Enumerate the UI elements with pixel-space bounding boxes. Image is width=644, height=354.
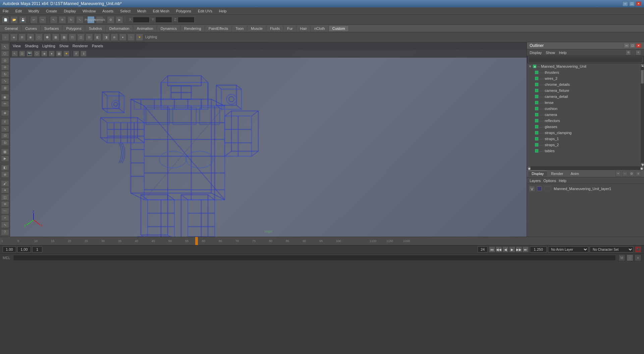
scale-icon[interactable]: ⤡: [76, 16, 84, 23]
tree-item-root[interactable]: ▼ ◈ ― Manned_Maneuvering_Unit: [527, 63, 641, 69]
tab-curves[interactable]: Curves: [22, 26, 41, 31]
dynamics-btn[interactable]: ≋: [1, 201, 9, 208]
select-mode-btn[interactable]: ↖: [1, 44, 9, 50]
layer-type-indicator[interactable]: [544, 186, 551, 191]
outliner-menu-show[interactable]: Show: [546, 51, 555, 55]
cloth-btn[interactable]: ◫: [1, 194, 9, 200]
tab-polygons[interactable]: Polygons: [63, 26, 85, 31]
shelf-icon14[interactable]: ●: [119, 34, 126, 41]
tab-deformation[interactable]: Deformation: [106, 26, 133, 31]
vp-select-icon[interactable]: ↖: [12, 51, 18, 57]
viewport-menu-panels[interactable]: Panels: [92, 44, 103, 48]
layer-new-icon[interactable]: +: [615, 171, 621, 176]
shelf-icon9[interactable]: ◫: [77, 34, 85, 41]
outliner-filter-icon[interactable]: ≡: [636, 50, 641, 55]
shelf-icon2[interactable]: ⊞: [18, 34, 26, 41]
range-start-input[interactable]: [3, 246, 16, 252]
tab-hair[interactable]: Hair: [297, 26, 311, 31]
menu-file[interactable]: File: [1, 8, 10, 14]
shelf-icon3[interactable]: ◉: [27, 34, 34, 41]
layer-tab-anim[interactable]: Anim: [567, 171, 582, 176]
viewport-menu-show[interactable]: Show: [59, 44, 69, 48]
tree-item-tables[interactable]: ―○ tables: [527, 148, 641, 154]
undo-icon[interactable]: ↩: [30, 16, 38, 23]
prev-frame-btn[interactable]: ◀: [502, 246, 508, 252]
time-display-input[interactable]: [530, 246, 547, 252]
normals-button[interactable]: Normals: [96, 16, 103, 23]
outliner-search-input[interactable]: [528, 57, 643, 63]
move-tool-btn[interactable]: ✛: [1, 64, 9, 71]
menu-edit-uvs[interactable]: Edit UVs: [197, 8, 214, 14]
menu-help[interactable]: Help: [218, 8, 228, 14]
rotate-icon[interactable]: ↻: [67, 16, 75, 23]
shelf-icon12[interactable]: ◨: [102, 34, 110, 41]
layer-submenu-options[interactable]: Options: [543, 179, 556, 183]
play-forward-btn[interactable]: ▶: [509, 246, 515, 252]
shelf-icon5[interactable]: ⬢: [44, 34, 51, 41]
outliner-settings-icon[interactable]: ⚙: [626, 50, 631, 55]
tree-item-wires2[interactable]: ―○ wires_2: [527, 75, 641, 81]
scrollbar-left-arrow[interactable]: ◀: [528, 167, 530, 169]
taskbar-icon-1[interactable]: M: [619, 254, 625, 261]
rotate-tool-btn[interactable]: ↻: [1, 71, 9, 77]
tab-animation[interactable]: Animation: [133, 26, 157, 31]
input-output-btn[interactable]: ⊕: [1, 171, 9, 178]
shelf-icon10[interactable]: ⊟: [86, 34, 93, 41]
menu-create[interactable]: Create: [45, 8, 58, 14]
shelf-icon4[interactable]: ⬡: [35, 34, 43, 41]
move-icon[interactable]: ✛: [59, 16, 66, 23]
snap-grid-btn[interactable]: #: [1, 119, 9, 125]
scrollbar-right-arrow[interactable]: ▶: [641, 167, 643, 169]
snap-surface-btn[interactable]: ⊟: [1, 139, 9, 146]
outliner-minimize-btn[interactable]: ─: [624, 43, 629, 48]
vp-focus-icon[interactable]: ⊡: [19, 51, 25, 57]
current-frame-input[interactable]: [32, 246, 42, 252]
shelf-lighting-icon[interactable]: ☀: [136, 34, 143, 41]
fluid-btn[interactable]: 〰: [1, 208, 9, 214]
new-scene-icon[interactable]: 📄: [2, 16, 9, 23]
minimize-button[interactable]: ─: [623, 1, 628, 6]
shelf-icon15[interactable]: ○: [127, 34, 135, 41]
layer-tab-display[interactable]: Display: [528, 171, 547, 176]
soft-mod-btn[interactable]: ◉: [1, 94, 9, 100]
timeline[interactable]: 1 5 10 15 20 25 30 35 40 45 50 55 60 65 …: [0, 237, 644, 245]
vp-cam-icon[interactable]: 📷: [26, 51, 33, 57]
auto-key-icon[interactable]: ⚫: [635, 246, 641, 252]
shelf-icon8[interactable]: ⊡: [69, 34, 76, 41]
menu-polygons[interactable]: Polygons: [175, 8, 193, 14]
z-input[interactable]: [178, 17, 195, 23]
tree-item-glasses[interactable]: ―○ glasses: [527, 124, 641, 130]
fur-btn[interactable]: ∿: [1, 222, 9, 228]
menu-edit[interactable]: Edit: [14, 8, 23, 14]
lasso-btn[interactable]: ⊙: [1, 57, 9, 64]
tree-item-straps-clamping[interactable]: ―○ straps_clamping: [527, 130, 641, 136]
viewport-menu-renderer[interactable]: Renderer: [72, 44, 88, 48]
y-input[interactable]: [155, 17, 172, 23]
menu-edit-mesh[interactable]: Edit Mesh: [152, 8, 171, 14]
viewport-3d[interactable]: View Shading Lighting Show Renderer Pane…: [10, 42, 527, 237]
redo-icon[interactable]: ↪: [39, 16, 46, 23]
snap-curve-btn[interactable]: ∿: [1, 126, 9, 132]
go-to-end-btn[interactable]: ⏭: [523, 246, 529, 252]
tab-ncloth[interactable]: nCloth: [311, 26, 329, 31]
maximize-button[interactable]: □: [629, 1, 635, 6]
save-scene-icon[interactable]: 💾: [19, 16, 26, 23]
outliner-scrollbar-h[interactable]: ◀ ▶: [527, 166, 644, 170]
taskbar-icon-3[interactable]: ✕: [635, 254, 641, 261]
tree-item-thrusters[interactable]: ―○ thrusters: [527, 69, 641, 75]
outliner-tree[interactable]: ▼ ◈ ― Manned_Maneuvering_Unit ―○ thruste…: [527, 63, 641, 166]
menu-select[interactable]: Select: [119, 8, 132, 14]
next-frame-btn[interactable]: ▶▶: [516, 246, 522, 252]
sculpt-btn[interactable]: ✏: [1, 101, 9, 107]
layer-delete-icon[interactable]: −: [622, 171, 628, 176]
layer-name[interactable]: Manned_Maneuvering_Unit_layer1: [554, 187, 611, 191]
tab-painteffects[interactable]: PaintEffects: [205, 26, 232, 31]
shelf-icon7[interactable]: ▩: [60, 34, 68, 41]
tab-surfaces[interactable]: Surfaces: [41, 26, 62, 31]
scrollbar-down-arrow[interactable]: ▼: [641, 163, 644, 166]
render-settings-icon[interactable]: ⚙: [107, 16, 114, 23]
close-button[interactable]: ✕: [636, 1, 641, 6]
tree-item-chrome[interactable]: ―○ chrome_details: [527, 81, 641, 87]
tree-item-camera[interactable]: ―○ camera: [527, 112, 641, 118]
menu-mesh[interactable]: Mesh: [136, 8, 148, 14]
